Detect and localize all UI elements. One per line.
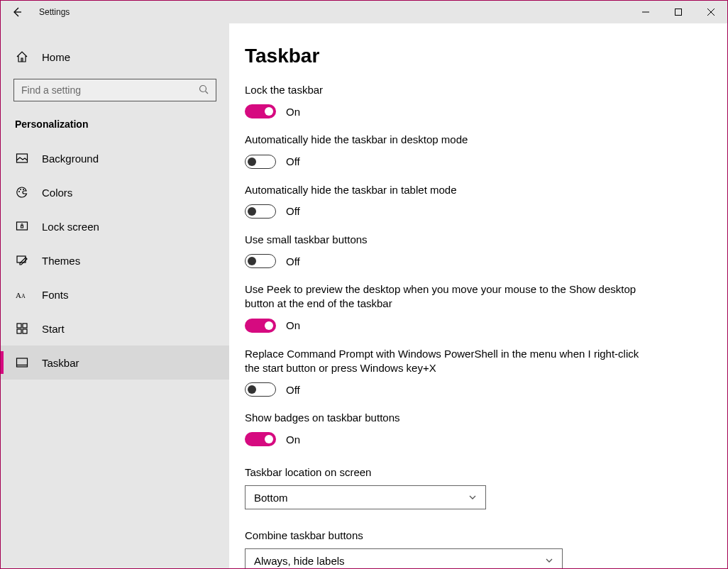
page-title: Taskbar bbox=[245, 45, 712, 67]
home-label: Home bbox=[42, 51, 70, 63]
sidebar-item-label: Taskbar bbox=[42, 357, 79, 369]
setting-label: Replace Command Prompt with Windows Powe… bbox=[245, 347, 642, 376]
svg-rect-19 bbox=[17, 358, 28, 367]
setting-badges: Show badges on taskbar buttonsOn bbox=[245, 411, 642, 446]
setting-auto-hide-desktop: Automatically hide the taskbar in deskto… bbox=[245, 133, 642, 168]
window-controls bbox=[629, 1, 727, 23]
toggle-state: On bbox=[286, 106, 300, 118]
auto-hide-tablet-toggle[interactable] bbox=[245, 204, 276, 219]
toggle-state: Off bbox=[286, 255, 300, 267]
taskbar-location-label: Taskbar location on screen bbox=[245, 466, 712, 478]
start-icon bbox=[15, 322, 29, 335]
lock-taskbar-toggle[interactable] bbox=[245, 104, 276, 118]
setting-label: Lock the taskbar bbox=[245, 83, 642, 97]
toggle-row: On bbox=[245, 432, 642, 446]
search-input[interactable] bbox=[13, 79, 216, 101]
chevron-down-icon bbox=[468, 493, 477, 502]
replace-cmd-toggle[interactable] bbox=[245, 382, 276, 397]
setting-peek: Use Peek to preview the desktop when you… bbox=[245, 282, 642, 333]
svg-point-9 bbox=[23, 189, 24, 190]
sidebar-item-taskbar[interactable]: Taskbar bbox=[1, 346, 229, 380]
sidebar-item-fonts[interactable]: AAFonts bbox=[1, 277, 229, 311]
nav-list: BackgroundColorsLock screenThemesAAFonts… bbox=[1, 141, 229, 380]
sidebar-item-label: Background bbox=[42, 153, 99, 165]
sidebar-item-lockscreen[interactable]: Lock screen bbox=[1, 209, 229, 243]
setting-replace-cmd: Replace Command Prompt with Windows Powe… bbox=[245, 347, 642, 397]
combine-buttons-label: Combine taskbar buttons bbox=[245, 529, 712, 541]
auto-hide-desktop-toggle[interactable] bbox=[245, 155, 276, 169]
toggle-row: On bbox=[245, 104, 642, 118]
setting-auto-hide-tablet: Automatically hide the taskbar in tablet… bbox=[245, 183, 642, 219]
lockscreen-icon bbox=[15, 220, 29, 233]
arrow-left-icon bbox=[11, 6, 23, 18]
taskbar-location-select[interactable]: Bottom bbox=[245, 485, 486, 509]
sidebar-item-label: Lock screen bbox=[42, 221, 99, 233]
toggle-row: Off bbox=[245, 204, 642, 219]
toggle-state: Off bbox=[286, 205, 300, 217]
sidebar-item-label: Fonts bbox=[42, 289, 69, 301]
themes-icon bbox=[15, 254, 29, 267]
setting-label: Show badges on taskbar buttons bbox=[245, 411, 642, 425]
home-icon bbox=[15, 50, 29, 63]
badges-toggle[interactable] bbox=[245, 432, 276, 446]
setting-label: Use Peek to preview the desktop when you… bbox=[245, 282, 642, 311]
maximize-button[interactable] bbox=[662, 1, 695, 23]
svg-text:A: A bbox=[21, 293, 26, 299]
setting-small-buttons: Use small taskbar buttonsOff bbox=[245, 233, 642, 268]
svg-rect-16 bbox=[23, 324, 27, 328]
window-title: Settings bbox=[33, 7, 629, 17]
sidebar-item-label: Start bbox=[42, 323, 65, 335]
title-bar: Settings bbox=[1, 1, 727, 23]
sidebar-item-label: Themes bbox=[42, 255, 80, 267]
search-container bbox=[13, 79, 216, 101]
minimize-icon bbox=[642, 9, 649, 16]
sidebar-item-label: Colors bbox=[42, 187, 72, 199]
peek-toggle[interactable] bbox=[245, 319, 276, 333]
background-icon bbox=[15, 152, 29, 165]
svg-rect-6 bbox=[17, 154, 28, 162]
toggle-state: On bbox=[286, 319, 300, 331]
colors-icon bbox=[15, 186, 29, 199]
taskbar-location-value: Bottom bbox=[254, 492, 288, 504]
setting-label: Automatically hide the taskbar in deskto… bbox=[245, 133, 642, 147]
taskbar-icon bbox=[15, 356, 29, 369]
svg-point-7 bbox=[18, 191, 20, 192]
home-nav[interactable]: Home bbox=[1, 40, 229, 73]
svg-rect-11 bbox=[21, 226, 23, 228]
setting-label: Use small taskbar buttons bbox=[245, 233, 642, 247]
back-button[interactable] bbox=[1, 1, 33, 23]
svg-point-8 bbox=[20, 189, 21, 190]
svg-rect-17 bbox=[17, 329, 21, 333]
close-icon bbox=[707, 9, 715, 16]
main-content: Taskbar Lock the taskbarOnAutomatically … bbox=[229, 23, 727, 568]
svg-rect-18 bbox=[23, 329, 27, 333]
svg-text:A: A bbox=[16, 291, 21, 299]
minimize-button[interactable] bbox=[629, 1, 662, 23]
setting-label: Automatically hide the taskbar in tablet… bbox=[245, 183, 642, 197]
maximize-icon bbox=[675, 9, 682, 16]
sidebar: Home Personalization BackgroundColorsLoc… bbox=[1, 23, 229, 568]
toggle-row: Off bbox=[245, 155, 642, 169]
toggle-row: On bbox=[245, 319, 642, 333]
toggle-state: Off bbox=[286, 155, 300, 167]
category-header: Personalization bbox=[1, 114, 229, 141]
setting-lock-taskbar: Lock the taskbarOn bbox=[245, 83, 642, 118]
svg-rect-15 bbox=[17, 324, 21, 328]
toggle-row: Off bbox=[245, 254, 642, 268]
toggle-state: On bbox=[286, 433, 300, 446]
sidebar-item-colors[interactable]: Colors bbox=[1, 175, 229, 209]
combine-buttons-value: Always, hide labels bbox=[254, 555, 345, 567]
sidebar-item-background[interactable]: Background bbox=[1, 141, 229, 175]
sidebar-item-themes[interactable]: Themes bbox=[1, 243, 229, 277]
combine-buttons-select[interactable]: Always, hide labels bbox=[245, 548, 563, 568]
close-button[interactable] bbox=[695, 1, 727, 23]
fonts-icon: AA bbox=[15, 289, 29, 299]
small-buttons-toggle[interactable] bbox=[245, 254, 276, 268]
svg-rect-1 bbox=[675, 9, 682, 16]
sidebar-item-start[interactable]: Start bbox=[1, 311, 229, 346]
toggle-row: Off bbox=[245, 382, 642, 397]
chevron-down-icon bbox=[545, 556, 553, 565]
toggle-state: Off bbox=[286, 384, 300, 396]
